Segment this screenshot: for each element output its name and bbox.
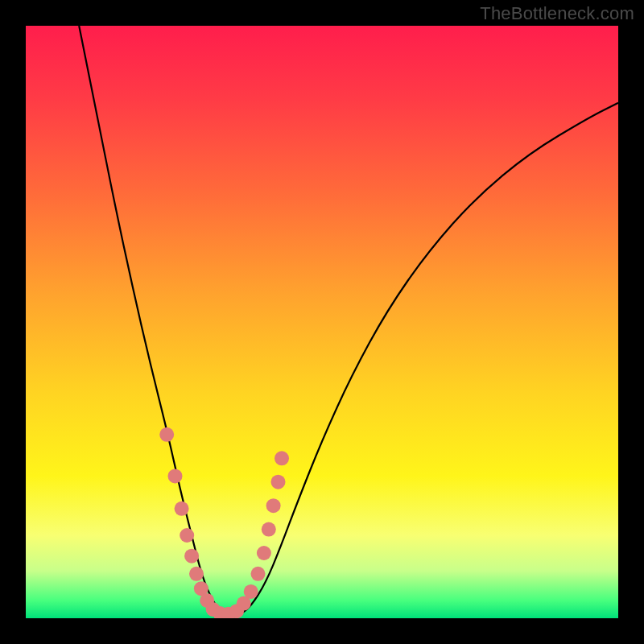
highlight-dot xyxy=(168,469,183,483)
watermark-label: TheBottleneck.com xyxy=(480,3,634,24)
highlight-dot xyxy=(271,475,286,489)
highlight-dot xyxy=(275,451,289,465)
highlight-dot xyxy=(175,502,189,516)
marker-group xyxy=(159,427,289,618)
highlight-dot xyxy=(266,498,281,513)
chart-frame: TheBottleneck.com xyxy=(0,0,644,644)
highlight-dot xyxy=(262,522,276,537)
bottleneck-curve xyxy=(79,26,618,615)
highlight-dot xyxy=(184,549,199,564)
curve-overlay xyxy=(26,26,618,618)
highlight-dot xyxy=(244,584,258,599)
plot-area xyxy=(26,26,618,618)
highlight-dot xyxy=(159,427,174,442)
highlight-dot xyxy=(189,567,204,581)
highlight-dot xyxy=(251,567,266,581)
highlight-dot xyxy=(180,528,194,543)
highlight-dot xyxy=(257,546,271,560)
